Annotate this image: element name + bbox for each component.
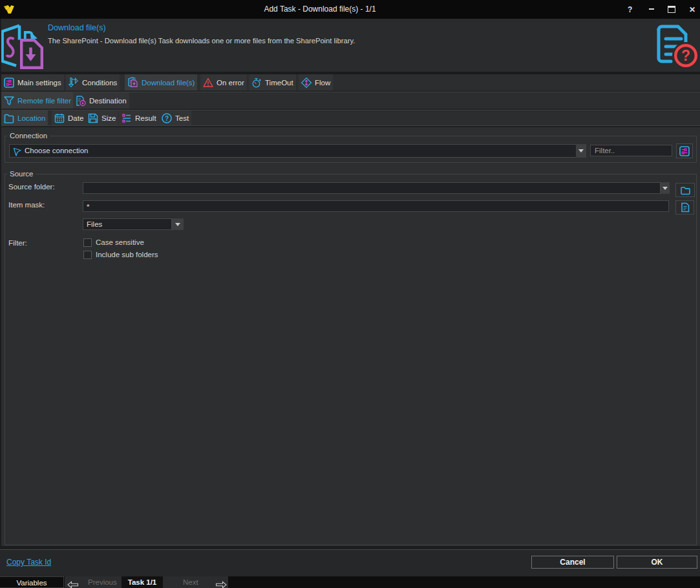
svg-text:?: ? bbox=[681, 47, 690, 64]
svg-text:?: ? bbox=[165, 114, 169, 121]
svg-text:1о.: 1о. bbox=[132, 76, 137, 80]
